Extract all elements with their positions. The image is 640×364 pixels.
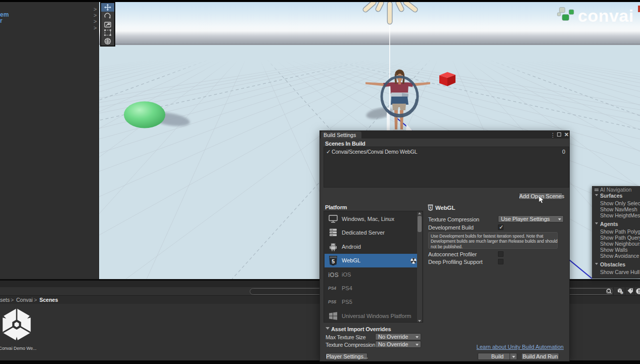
svg-text:PS5: PS5 — [328, 299, 336, 304]
svg-text:+: + — [621, 291, 623, 294]
svg-text:PS4: PS4 — [328, 286, 336, 291]
svg-text:5: 5 — [332, 258, 335, 264]
svg-text:iOS: iOS — [328, 271, 339, 279]
svg-text:convai: convai — [578, 6, 634, 25]
